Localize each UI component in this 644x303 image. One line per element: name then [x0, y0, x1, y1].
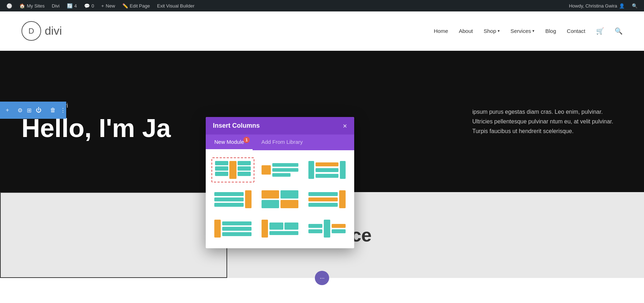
nav-home[interactable]: Home — [434, 28, 448, 34]
new-content-menu[interactable]: + New — [98, 0, 119, 11]
nav-services[interactable]: Services — [511, 28, 535, 34]
layout-option-2[interactable] — [259, 157, 302, 182]
more-options-icon[interactable]: ⋮ — [60, 107, 66, 114]
edit-icon: ✏️ — [122, 3, 128, 9]
wp-logo[interactable]: ⚪ — [3, 0, 16, 11]
new-module-tab[interactable]: New Module 1 — [206, 135, 253, 150]
layout-option-3[interactable] — [306, 157, 348, 182]
updates-icon: 🔄 — [67, 3, 73, 9]
nav-shop[interactable]: Shop — [484, 28, 500, 34]
site-nav: Home About Shop Services Blog Contact 🛒 … — [434, 27, 623, 35]
cart-icon[interactable]: 🛒 — [596, 27, 604, 35]
column-layouts-grid — [211, 157, 348, 241]
user-greeting-text: Howdy, Christina Gwira — [569, 3, 617, 9]
my-sites-label: My Sites — [27, 3, 45, 9]
exit-visual-builder-button[interactable]: Exit Visual Builder — [153, 0, 198, 11]
new-module-tab-label: New Module — [214, 139, 244, 145]
divi-label: Divi — [52, 3, 60, 9]
comments-menu[interactable]: 💬 0 — [80, 0, 98, 11]
layout-icon[interactable]: ⊞ — [27, 107, 31, 114]
nav-contact[interactable]: Contact — [567, 28, 585, 34]
layout-option-9[interactable] — [306, 216, 348, 241]
add-from-library-tab[interactable]: Add From Library — [253, 135, 311, 150]
divi-menu[interactable]: Divi — [48, 0, 63, 11]
layout-option-7[interactable] — [211, 216, 254, 241]
comments-icon: 💬 — [84, 3, 90, 9]
modal-body — [206, 150, 354, 248]
settings-icon[interactable]: ⚙ — [18, 107, 23, 114]
modal-title: Insert Columns — [213, 122, 260, 129]
user-avatar: 👤 — [619, 3, 625, 9]
layout-option-1[interactable] — [211, 157, 254, 182]
user-greeting[interactable]: Howdy, Christina Gwira 👤 — [565, 0, 628, 11]
add-section-icon[interactable]: + — [6, 107, 9, 113]
add-from-library-tab-label: Add From Library — [261, 139, 303, 145]
power-icon[interactable]: ⏻ — [36, 107, 42, 113]
modal-tabs: New Module 1 Add From Library — [206, 135, 354, 150]
admin-bar-right: Howdy, Christina Gwira 👤 🔍 — [565, 0, 641, 11]
admin-bar: ⚪ 🏠 My Sites Divi 🔄 4 💬 0 + New ✏️ Edit … — [0, 0, 644, 11]
layout-option-5[interactable] — [259, 187, 302, 212]
modal-close-button[interactable]: × — [343, 122, 347, 129]
delete-icon[interactable]: 🗑 — [50, 107, 56, 113]
updates-menu[interactable]: 🔄 4 — [63, 0, 80, 11]
layout-option-8[interactable] — [259, 216, 302, 241]
modal-header: Insert Columns × — [206, 117, 354, 135]
updates-count: 4 — [74, 3, 77, 9]
new-icon: + — [101, 3, 104, 9]
edit-page-label: Edit Page — [130, 3, 150, 9]
site-logo[interactable]: D divi — [21, 21, 62, 41]
logo-circle-icon: D — [21, 21, 41, 41]
new-label: New — [106, 3, 115, 9]
insert-columns-modal: Insert Columns × New Module 1 Add From L… — [206, 117, 354, 248]
hero-title: Hello, I'm Ja — [21, 115, 171, 141]
sites-icon: 🏠 — [19, 3, 25, 9]
admin-search-button[interactable]: 🔍 — [628, 0, 641, 11]
wp-icon: ⚪ — [6, 3, 12, 9]
add-section-button-2[interactable]: ⋯ — [315, 271, 329, 285]
nav-blog[interactable]: Blog — [545, 28, 556, 34]
search-icon[interactable]: 🔍 — [615, 27, 623, 35]
left-border-decoration — [0, 192, 227, 278]
site-header: D divi Home About Shop Services Blog Con… — [0, 11, 644, 51]
section-toolbar: + ⚙ ⊞ ⏻ 🗑 ⋮ — [0, 102, 66, 119]
layout-option-4[interactable] — [211, 187, 254, 212]
layout-option-6[interactable] — [306, 187, 348, 212]
edit-page-button[interactable]: ✏️ Edit Page — [119, 0, 153, 11]
hero-body-text: ipsum purus egestas diam cras. Leo enim,… — [472, 107, 623, 136]
my-sites-menu[interactable]: 🏠 My Sites — [16, 0, 48, 11]
admin-search-icon: 🔍 — [632, 3, 638, 9]
logo-text: divi — [45, 24, 62, 38]
comments-count: 0 — [92, 3, 94, 9]
tab-badge: 1 — [243, 137, 250, 143]
nav-about[interactable]: About — [459, 28, 473, 34]
exit-vb-label: Exit Visual Builder — [157, 3, 195, 9]
